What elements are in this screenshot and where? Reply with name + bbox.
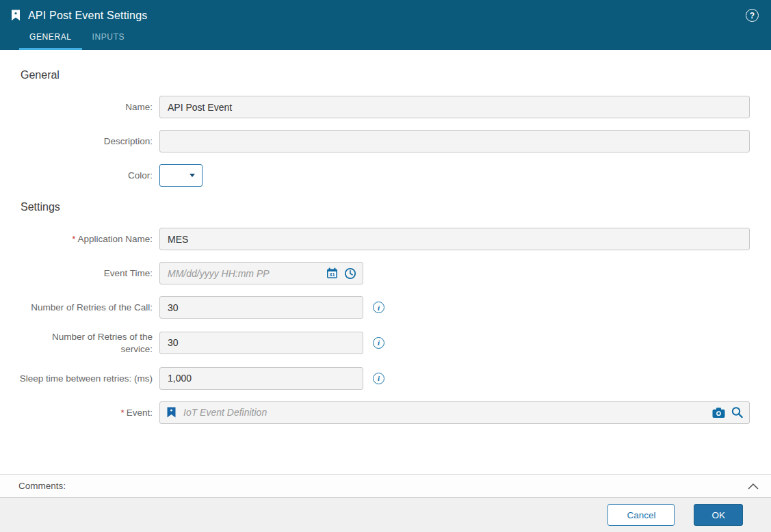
dialog-title: API Post Event Settings <box>28 10 147 22</box>
name-row: Name: <box>18 96 750 118</box>
sleep-time-label: Sleep time between retries: (ms) <box>18 372 153 385</box>
application-name-input[interactable] <box>159 228 750 250</box>
dialog-header: API Post Event Settings ? GENERAL INPUTS <box>0 0 771 50</box>
dialog-body: General Name: Description: Color: Settin… <box>0 50 771 474</box>
event-row: *Event: <box>18 401 750 424</box>
event-lookup-input[interactable] <box>159 401 750 424</box>
required-marker: * <box>72 234 75 244</box>
name-label: Name: <box>18 101 153 114</box>
retries-service-row: Number of Retries of the service: i <box>18 330 750 356</box>
chevron-up-icon[interactable] <box>748 483 759 490</box>
info-icon[interactable]: i <box>373 302 384 313</box>
search-icon[interactable] <box>731 407 743 418</box>
dialog-footer: Cancel OK <box>0 498 771 532</box>
retries-call-row: Number of Retries of the Call: i <box>18 296 750 319</box>
retries-service-label: Number of Retries of the service: <box>18 330 153 356</box>
application-name-row: *Application Name: <box>18 228 750 250</box>
chevron-down-icon <box>190 174 195 177</box>
ok-button[interactable]: OK <box>694 504 743 526</box>
color-label: Color: <box>18 169 153 182</box>
sleep-time-row: Sleep time between retries: (ms) i <box>18 367 750 390</box>
event-time-row: Event Time: 31 <box>18 262 750 284</box>
description-input[interactable] <box>159 130 750 152</box>
retries-call-input[interactable] <box>159 296 363 319</box>
cancel-button[interactable]: Cancel <box>607 504 675 526</box>
retries-call-label: Number of Retries of the Call: <box>18 301 153 314</box>
calendar-icon[interactable]: 31 <box>326 267 338 279</box>
settings-section-heading: Settings <box>21 201 750 213</box>
general-section-heading: General <box>21 69 750 81</box>
color-row: Color: <box>18 164 750 187</box>
name-input[interactable] <box>159 96 750 118</box>
camera-icon[interactable] <box>712 407 725 418</box>
comments-label: Comments: <box>18 481 66 491</box>
iot-event-icon <box>11 10 21 21</box>
iot-event-definition-icon <box>167 407 176 418</box>
tab-inputs[interactable]: INPUTS <box>82 27 135 50</box>
info-icon[interactable]: i <box>373 337 384 349</box>
description-label: Description: <box>18 135 153 148</box>
description-row: Description: <box>18 130 750 152</box>
info-icon[interactable]: i <box>373 373 384 384</box>
event-time-label: Event Time: <box>18 267 153 280</box>
color-dropdown[interactable] <box>159 164 202 187</box>
tab-general[interactable]: GENERAL <box>19 27 82 50</box>
sleep-time-input[interactable] <box>159 367 363 390</box>
comments-section-header[interactable]: Comments: <box>0 474 771 498</box>
dialog-api-post-event-settings: API Post Event Settings ? GENERAL INPUTS… <box>0 0 771 532</box>
tab-bar: GENERAL INPUTS <box>0 27 771 50</box>
help-icon[interactable]: ? <box>746 9 759 22</box>
event-label: *Event: <box>18 406 153 419</box>
svg-text:31: 31 <box>329 271 335 278</box>
required-marker: * <box>120 408 124 418</box>
application-name-label: *Application Name: <box>18 232 153 245</box>
clock-icon[interactable] <box>344 267 356 280</box>
retries-service-input[interactable] <box>159 332 363 354</box>
